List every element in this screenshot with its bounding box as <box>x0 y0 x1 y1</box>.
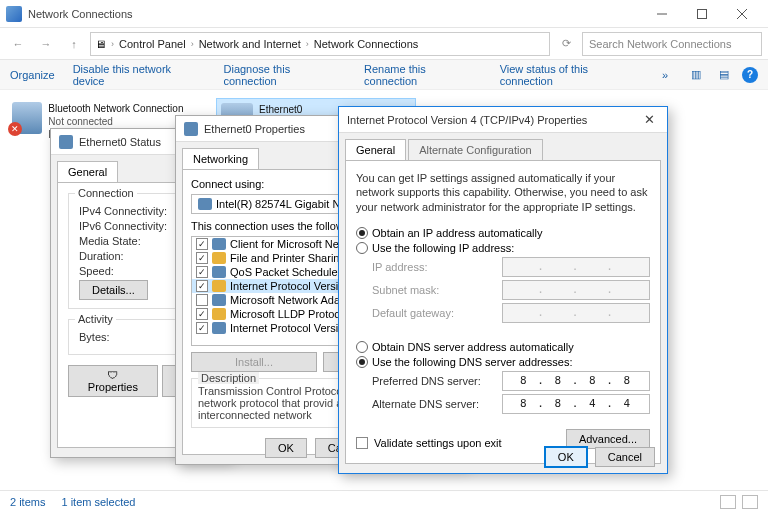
ipv6-label: IPv6 Connectivity: <box>79 220 167 232</box>
speed-label: Speed: <box>79 265 114 277</box>
selection-count: 1 item selected <box>61 496 135 508</box>
checkbox-icon[interactable]: ✓ <box>196 322 208 334</box>
bluetooth-adapter-icon <box>12 102 42 134</box>
ipv4-properties-dialog: Internet Protocol Version 4 (TCP/IPv4) P… <box>338 106 668 474</box>
tab-general[interactable]: General <box>57 161 118 182</box>
maximize-button[interactable] <box>682 2 722 26</box>
bytes-label: Bytes: <box>79 331 110 343</box>
adapter-icon <box>184 122 198 136</box>
view-status-link[interactable]: View status of this connection <box>500 63 644 87</box>
command-bar: Organize Disable this network device Dia… <box>0 60 768 90</box>
alternate-dns-label: Alternate DNS server: <box>372 398 502 410</box>
protocol-icon <box>212 294 226 306</box>
nic-icon <box>198 198 212 210</box>
disable-device-link[interactable]: Disable this network device <box>73 63 206 87</box>
rename-link[interactable]: Rename this connection <box>364 63 482 87</box>
protocol-icon <box>212 266 226 278</box>
large-icons-view-icon[interactable] <box>742 495 758 509</box>
tab-alternate-config[interactable]: Alternate Configuration <box>408 139 543 160</box>
diagnose-link[interactable]: Diagnose this connection <box>224 63 347 87</box>
connection-name: Bluetooth Network Connection <box>48 102 204 115</box>
tab-networking[interactable]: Networking <box>182 148 259 169</box>
close-icon[interactable]: ✕ <box>639 112 659 127</box>
status-bar: 2 items 1 item selected <box>0 490 768 512</box>
obtain-ip-auto-label: Obtain an IP address automatically <box>372 227 542 239</box>
subnet-field: . . . <box>502 280 650 300</box>
radio-obtain-dns-auto[interactable] <box>356 341 368 353</box>
ok-button[interactable]: OK <box>265 438 307 458</box>
connection-group-label: Connection <box>75 187 137 199</box>
details-view-icon[interactable] <box>720 495 736 509</box>
protocol-icon <box>212 322 226 334</box>
organize-menu[interactable]: Organize <box>10 69 55 81</box>
preferred-dns-field[interactable]: 8 . 8 . 8 . 8 <box>502 371 650 391</box>
duration-label: Duration: <box>79 250 124 262</box>
network-icon <box>6 6 22 22</box>
activity-group-label: Activity <box>75 313 116 325</box>
up-button[interactable]: ↑ <box>62 32 86 56</box>
protocol-icon <box>212 252 226 264</box>
radio-use-dns[interactable] <box>356 356 368 368</box>
back-button[interactable]: ← <box>6 32 30 56</box>
search-input[interactable]: Search Network Connections <box>582 32 762 56</box>
obtain-dns-auto-label: Obtain DNS server address automatically <box>372 341 574 353</box>
svg-rect-1 <box>698 9 707 18</box>
gateway-label: Default gateway: <box>372 307 502 319</box>
protocol-icon <box>212 280 226 292</box>
checkbox-icon[interactable]: ✓ <box>196 238 208 250</box>
install-button[interactable]: Install... <box>191 352 317 372</box>
close-button[interactable] <box>722 2 762 26</box>
window-title: Network Connections <box>28 8 642 20</box>
protocol-icon <box>212 308 226 320</box>
use-dns-label: Use the following DNS server addresses: <box>372 356 573 368</box>
preview-pane-button[interactable]: ▤ <box>714 65 734 85</box>
details-button[interactable]: Details... <box>79 280 148 300</box>
checkbox-icon[interactable]: ✓ <box>196 280 208 292</box>
checkbox-icon[interactable]: ✓ <box>196 308 208 320</box>
dialog-title: Internet Protocol Version 4 (TCP/IPv4) P… <box>347 114 639 126</box>
pc-icon: 🖥 <box>95 38 106 50</box>
breadcrumb[interactable]: 🖥› Control Panel› Network and Internet› … <box>90 32 550 56</box>
crumb-control-panel[interactable]: Control Panel <box>119 38 186 50</box>
checkbox-icon[interactable]: ✓ <box>196 252 208 264</box>
ip-blurb: You can get IP settings assigned automat… <box>356 171 650 214</box>
crumb-network-internet[interactable]: Network and Internet <box>199 38 301 50</box>
gateway-field: . . . <box>502 303 650 323</box>
ip-address-field: . . . <box>502 257 650 277</box>
ip-address-label: IP address: <box>372 261 502 273</box>
ok-button[interactable]: OK <box>545 447 587 467</box>
alternate-dns-field[interactable]: 8 . 8 . 4 . 4 <box>502 394 650 414</box>
use-ip-label: Use the following IP address: <box>372 242 514 254</box>
minimize-button[interactable] <box>642 2 682 26</box>
checkbox-icon[interactable]: ✓ <box>196 266 208 278</box>
view-layout-button[interactable]: ▥ <box>686 65 706 85</box>
subnet-label: Subnet mask: <box>372 284 502 296</box>
protocol-label: QoS Packet Scheduler <box>230 266 341 278</box>
advanced-button[interactable]: Advanced... <box>566 429 650 449</box>
cancel-button[interactable]: Cancel <box>595 447 655 467</box>
tab-general[interactable]: General <box>345 139 406 160</box>
titlebar: Network Connections <box>0 0 768 28</box>
forward-button[interactable]: → <box>34 32 58 56</box>
overflow-chevron[interactable]: » <box>662 69 668 81</box>
properties-button[interactable]: 🛡 Properties <box>68 365 158 397</box>
item-count: 2 items <box>10 496 45 508</box>
checkbox-icon[interactable] <box>196 294 208 306</box>
media-label: Media State: <box>79 235 141 247</box>
preferred-dns-label: Preferred DNS server: <box>372 375 502 387</box>
address-bar: ← → ↑ 🖥› Control Panel› Network and Inte… <box>0 28 768 60</box>
radio-use-ip[interactable] <box>356 242 368 254</box>
radio-obtain-ip-auto[interactable] <box>356 227 368 239</box>
crumb-network-connections[interactable]: Network Connections <box>314 38 419 50</box>
protocol-icon <box>212 238 226 250</box>
help-button[interactable]: ? <box>742 67 758 83</box>
ipv4-label: IPv4 Connectivity: <box>79 205 167 217</box>
refresh-button[interactable]: ⟳ <box>554 32 578 56</box>
adapter-icon <box>59 135 73 149</box>
